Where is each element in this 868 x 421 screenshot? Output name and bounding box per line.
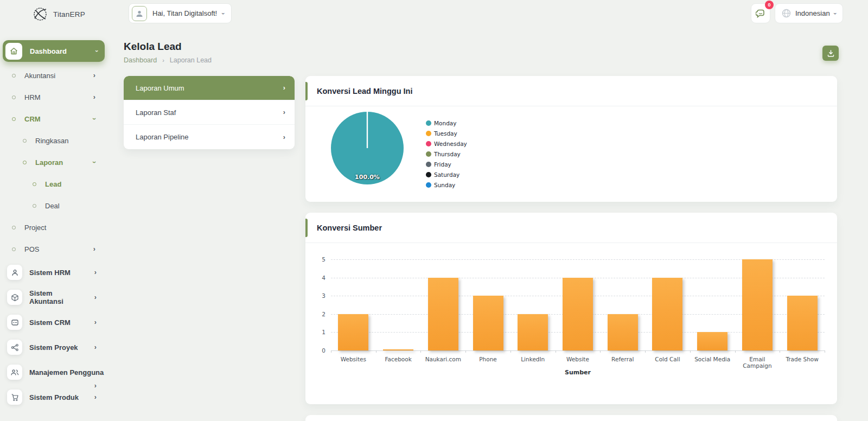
globe-icon [782,9,791,18]
sidebar-item-akuntansi[interactable]: Akuntansi› [0,65,108,86]
chevron-down-icon: › [220,12,227,15]
cart-icon [7,390,22,405]
submenu-item-laporan-staf[interactable]: Laporan Staf› [124,100,295,125]
legend-swatch [426,141,431,146]
legend-swatch [426,151,431,157]
x-axis-tick [600,350,601,353]
notification-badge: 0 [765,1,774,9]
x-axis-category-label: Cold Call [645,356,690,362]
bar-cold-call [652,278,682,350]
legend-item: Sunday [426,180,467,190]
notifications-button[interactable]: 0 [751,3,770,23]
next-card-partial [305,415,837,421]
language-label: Indonesian [795,9,830,17]
share-icon [7,340,22,355]
avatar [132,6,147,21]
app-logo[interactable]: TitanERP [31,5,85,23]
legend-swatch [426,131,431,136]
card-accent-bar [305,82,308,100]
legend-item: Monday [426,118,467,128]
x-axis-category-label: LinkedIn [510,356,556,362]
sidebar-item-label: Sistem Produk [29,393,79,401]
home-icon [5,43,22,60]
sidebar-item-project[interactable]: Project [0,216,108,238]
sidebar-item-sistem-hrm[interactable]: Sistem HRM› [0,260,108,285]
bullet-icon [33,182,36,186]
y-axis-tick-label: 5 [311,256,326,263]
legend-swatch [426,162,431,167]
chevron-right-icon: › [94,393,97,401]
sidebar-item-crm[interactable]: CRM› [0,108,108,130]
sidebar-item-pos[interactable]: POS› [0,238,108,260]
chevron-right-icon: › [93,72,95,79]
submenu-item-laporan-pipeline[interactable]: Laporan Pipeline› [124,125,295,149]
chevron-down-icon: › [94,50,100,52]
y-axis-tick-label: 3 [311,292,326,299]
x-axis-category-label: Websites [331,356,376,362]
legend-swatch [426,172,431,177]
x-axis-tick [376,350,376,353]
x-axis-category-label: Phone [465,356,510,362]
x-axis-category-label: Naukari.com [420,356,465,362]
sidebar-item-label: Akuntansi [24,72,55,80]
breadcrumb-separator: › [162,57,164,63]
user-menu[interactable]: Hai, Titan Digitalsoft! › [129,3,232,23]
sidebar-item-laporan[interactable]: Laporan› [0,151,108,173]
bar-facebook [383,349,413,350]
sidebar-nav: Akuntansi›HRM›CRM›RingkasanLaporan›LeadD… [0,65,108,410]
user-avatar-icon [135,9,144,18]
logo-text: TitanERP [53,10,85,18]
chevron-right-icon: › [94,294,97,301]
app-window: TitanERP Hai, Titan Digitalsoft! › 0 Ind… [0,0,868,421]
package-icon [7,290,22,305]
x-axis-tick [780,350,780,353]
y-axis-tick-label: 1 [311,329,326,335]
legend-swatch [426,182,431,188]
chevron-right-icon: › [283,84,285,92]
sidebar-item-dashboard[interactable]: Dashboard › [3,40,105,62]
x-axis-tick [825,350,825,353]
sidebar-item-label: Sistem HRM [29,269,71,277]
bar-social-media [697,332,727,350]
chevron-right-icon: › [283,133,285,141]
bullet-icon [12,247,16,251]
card-icon [7,315,22,330]
x-axis-tick [735,350,736,353]
page-title: Kelola Lead [124,41,182,53]
sidebar-item-hrm[interactable]: HRM› [0,86,108,108]
bar-naukari-com [428,278,458,350]
x-axis-tick [690,350,691,353]
sidebar-item-manajemen-pengguna[interactable]: Manajemen Pengguna› [0,360,108,385]
sidebar-item-sistem-produk[interactable]: Sistem Produk› [0,385,108,410]
legend-item: Saturday [426,169,467,180]
x-axis-tick [465,350,466,353]
language-selector[interactable]: Indonesian › [775,3,843,23]
x-axis-line [331,350,825,351]
sidebar-item-sistem-crm[interactable]: Sistem CRM› [0,310,108,335]
x-axis-category-label: Referral [600,356,645,362]
sidebar-item-deal[interactable]: Deal [0,195,108,216]
sidebar-item-label: Sistem CRM [29,318,71,327]
bullet-icon [23,139,27,143]
sidebar-item-ringkasan[interactable]: Ringkasan [0,130,108,151]
legend-label: Monday [434,120,456,126]
submenu-item-laporan-umum[interactable]: Laporan Umum› [124,76,295,100]
sidebar-item-label: Sistem Proyek [29,343,78,352]
sidebar-item-label: HRM [24,93,41,101]
sidebar-item-sistem-akuntansi[interactable]: Sistem Akuntansi› [0,285,108,310]
sidebar-item-lead[interactable]: Lead [0,173,108,195]
bar-website [563,278,593,350]
bar-trade-show [787,296,818,350]
legend-item: Thursday [426,149,467,159]
download-button[interactable] [822,46,839,61]
breadcrumb-dashboard-link[interactable]: Dashboard [124,56,157,64]
card-header: Konversi Lead Minggu Ini [305,76,837,106]
chevron-right-icon: › [283,109,285,116]
legend-label: Sunday [434,182,455,188]
sidebar-item-sistem-proyek[interactable]: Sistem Proyek› [0,335,108,360]
bar-email-campaign [742,259,773,350]
user-icon [7,265,22,280]
chat-icon [756,9,765,18]
legend-item: Tuesday [426,128,467,138]
chevron-right-icon: › [94,269,97,276]
